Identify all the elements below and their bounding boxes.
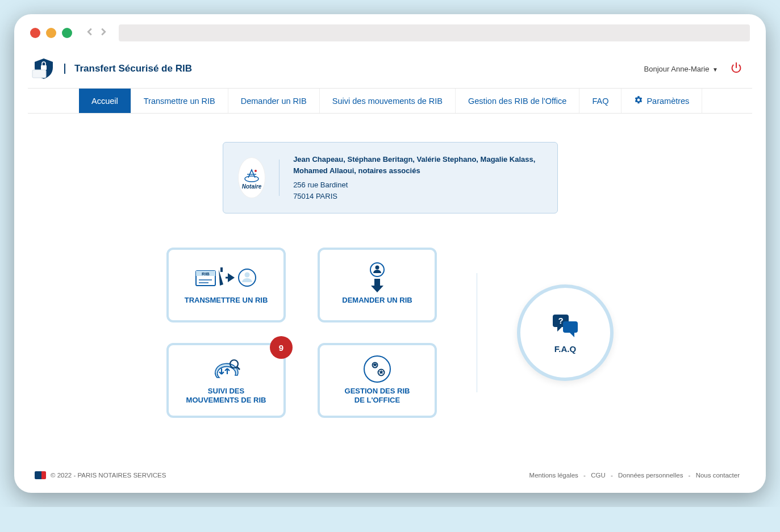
svg-point-4 [255, 170, 257, 172]
tile-label-line: DE L'OFFICE [354, 396, 400, 404]
main-navbar: Accueil Transmettre un RIB Demander un R… [28, 88, 752, 114]
separator: - [611, 472, 613, 479]
nav-label: Paramètres [646, 97, 689, 106]
nav-suivi[interactable]: Suivi des mouvements de RIB [320, 89, 456, 113]
browser-url-bar[interactable] [119, 24, 750, 41]
tile-gestion-rib-office[interactable]: GESTION DES RIB DE L'OFFICE [318, 343, 437, 418]
svg-point-12 [239, 269, 256, 286]
divider [279, 160, 280, 196]
nav-label: Gestion des RIB de l'Office [468, 97, 566, 106]
nav-parametres[interactable]: Paramètres [622, 89, 702, 113]
separator: - [689, 472, 691, 479]
browser-chrome-bar [14, 14, 766, 47]
tile-label: TRANSMETTRE UN RIB [185, 296, 268, 305]
app-header: Transfert Sécurisé de RIB Bonjour Anne-M… [18, 47, 762, 83]
action-tiles-grid: RIB TRA [166, 248, 437, 418]
browser-forward-icon[interactable] [97, 26, 110, 40]
footer-link-mentions[interactable]: Mentions légales [529, 472, 578, 479]
browser-back-icon[interactable] [84, 26, 96, 40]
nav-accueil[interactable]: Accueil [79, 89, 131, 113]
tile-transmettre-rib[interactable]: RIB TRA [166, 248, 286, 322]
svg-text:?: ? [558, 316, 563, 325]
suivi-mouvements-icon [209, 356, 243, 382]
separator: - [583, 472, 586, 479]
app-logo-icon [31, 57, 56, 80]
nav-label: Demander un RIB [241, 97, 307, 106]
office-info-card: Notaire Jean Chapeau, Stéphane Beritagn,… [223, 142, 558, 213]
window-close-dot[interactable] [30, 28, 40, 38]
office-names: Jean Chapeau, Stéphane Beritagn, Valérie… [293, 154, 542, 176]
tile-demander-rib[interactable]: DEMANDER UN RIB [318, 248, 437, 322]
tile-suivi-mouvements[interactable]: 9 SUIVI DES MOUVEM [166, 343, 286, 418]
transmettre-rib-icon: RIB [195, 265, 257, 291]
greeting-username: Anne-Marie [671, 65, 709, 73]
demander-rib-icon [364, 265, 390, 291]
office-address-2: 75014 PARIS [293, 191, 542, 202]
nav-label: Transmettre un RIB [144, 97, 215, 106]
nav-label: FAQ [592, 97, 608, 106]
gestion-rib-icon [362, 356, 392, 382]
notaire-logo: Notaire [238, 157, 266, 198]
tile-label: DEMANDER UN RIB [342, 296, 412, 305]
window-minimize-dot[interactable] [46, 28, 56, 38]
nav-demander[interactable]: Demander un RIB [228, 89, 320, 113]
user-greeting-dropdown[interactable]: Bonjour Anne-Marie ▼ [644, 65, 718, 73]
nav-label: Suivi des mouvements de RIB [332, 97, 443, 106]
footer-link-donnees[interactable]: Données personnelles [618, 472, 683, 479]
svg-rect-16 [374, 279, 380, 286]
logout-button[interactable] [731, 62, 742, 76]
vertical-divider [477, 273, 477, 392]
faq-chat-icon: ? [549, 312, 581, 341]
tile-label-line: GESTION DES RIB [345, 387, 410, 395]
footer-link-contact[interactable]: Nous contacter [696, 472, 740, 479]
browser-frame: Transfert Sécurisé de RIB Bonjour Anne-M… [14, 14, 766, 493]
svg-point-13 [245, 272, 250, 277]
gear-icon [634, 95, 643, 106]
svg-rect-0 [41, 65, 47, 70]
nav-label: Accueil [91, 97, 118, 106]
window-maximize-dot[interactable] [62, 28, 72, 38]
tile-label-line: MOUVEMENTS DE RIB [186, 396, 266, 404]
tile-faq[interactable]: ? F.A.Q [517, 284, 614, 381]
svg-rect-1 [32, 70, 46, 78]
svg-point-21 [374, 364, 376, 366]
greeting-prefix: Bonjour [644, 65, 670, 73]
tile-label: GESTION DES RIB DE L'OFFICE [345, 387, 410, 405]
svg-rect-26 [563, 321, 578, 333]
nav-gestion[interactable]: Gestion des RIB de l'Office [456, 89, 579, 113]
app-title: Transfert Sécurisé de RIB [64, 64, 192, 74]
footer-link-cgu[interactable]: CGU [591, 472, 606, 479]
chevron-down-icon: ▼ [712, 66, 718, 73]
footer: © 2022 - PARIS NOTAIRES SERVICES Mention… [18, 463, 762, 493]
svg-point-3 [245, 176, 258, 182]
office-address-1: 256 rue Bardinet [293, 179, 542, 191]
svg-point-23 [380, 371, 382, 374]
svg-text:RIB: RIB [202, 271, 210, 277]
tile-label: SUIVI DES MOUVEMENTS DE RIB [186, 387, 266, 405]
nav-spacer [28, 89, 79, 113]
notification-badge: 9 [270, 336, 293, 359]
nav-faq[interactable]: FAQ [579, 89, 622, 113]
footer-copyright: © 2022 - PARIS NOTAIRES SERVICES [51, 472, 166, 479]
notaire-logo-text: Notaire [242, 183, 261, 190]
svg-rect-10 [220, 267, 223, 272]
faq-label: F.A.Q [554, 344, 576, 354]
svg-point-15 [376, 265, 379, 269]
nav-transmettre[interactable]: Transmettre un RIB [131, 89, 228, 113]
footer-logo-icon [35, 471, 46, 479]
svg-point-19 [364, 356, 390, 382]
tile-label-line: SUIVI DES [208, 387, 244, 395]
